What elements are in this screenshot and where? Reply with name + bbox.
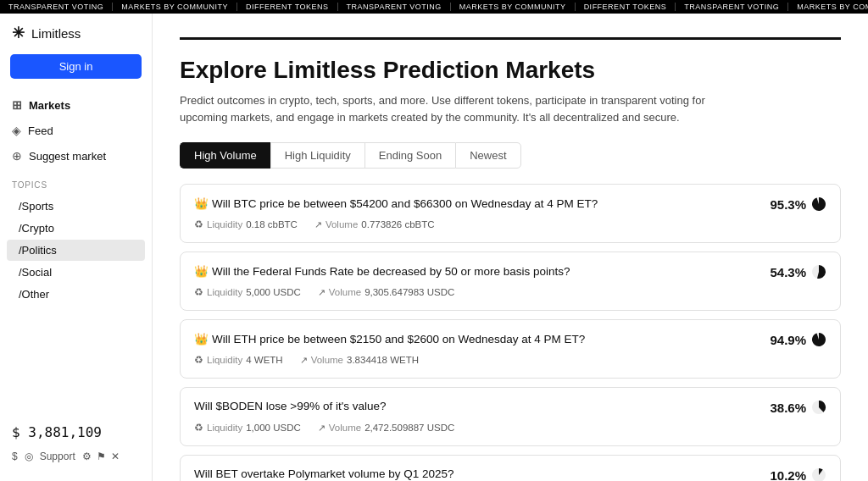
liquidity-stat: ♻ Liquidity 1,000 USDC bbox=[194, 422, 301, 434]
ticker-item: MARKETS BY COMMUNITY bbox=[451, 3, 576, 11]
sidebar-nav-item-markets[interactable]: ⊞ Markets bbox=[0, 92, 152, 118]
support-label[interactable]: Support bbox=[40, 451, 75, 462]
market-list: 👑Will BTC price be between $54200 and $6… bbox=[180, 184, 841, 481]
topics-list: /Sports/Crypto/Politics/Social/Other bbox=[0, 195, 152, 306]
ticker-item: DIFFERENT TOKENS bbox=[237, 3, 338, 11]
percent-value: 95.3% bbox=[770, 197, 806, 212]
card-header: 👑Will ETH price be between $2150 and $26… bbox=[194, 332, 826, 347]
dollar-icon: $ bbox=[12, 451, 18, 462]
sidebar: ✳ Limitless Sign in ⊞ Markets◈ Feed⊕ Sug… bbox=[0, 14, 153, 481]
card-question: 👑Will the Federal Funds Rate be decrease… bbox=[194, 264, 770, 278]
top-divider bbox=[180, 37, 841, 40]
card-stats: ♻ Liquidity 0.18 cbBTC ↗ Volume 0.773826… bbox=[194, 218, 826, 230]
ticker-item: DIFFERENT TOKENS bbox=[576, 3, 676, 11]
volume-value: 9,305.647983 USDC bbox=[364, 287, 454, 297]
main-layout: ✳ Limitless Sign in ⊞ Markets◈ Feed⊕ Sug… bbox=[0, 14, 868, 481]
logo: ✳ Limitless bbox=[0, 24, 152, 54]
volume-icon: ↗ bbox=[300, 355, 308, 366]
support-bar: $ ◎ Support ⚙ ⚑ ✕ bbox=[12, 451, 140, 462]
volume-label: Volume bbox=[329, 423, 361, 433]
pie-chart bbox=[811, 196, 826, 212]
logo-icon: ✳ bbox=[12, 24, 25, 42]
liquidity-value: 1,000 USDC bbox=[246, 423, 301, 433]
card-percent: 95.3% bbox=[770, 196, 826, 212]
page-subtitle: Predict outcomes in crypto, tech, sports… bbox=[180, 92, 705, 125]
card-stats: ♻ Liquidity 4 WETH ↗ Volume 3.834418 WET… bbox=[194, 354, 826, 366]
liquidity-stat: ♻ Liquidity 0.18 cbBTC bbox=[194, 218, 298, 230]
card-question: Will $BODEN lose >99% of it's value? bbox=[194, 400, 770, 412]
volume-icon: ↗ bbox=[314, 219, 322, 230]
ticker-item: TRANSPARENT VOTING bbox=[0, 3, 113, 11]
main-content: Explore Limitless Prediction Markets Pre… bbox=[153, 14, 868, 481]
liquidity-value: 5,000 USDC bbox=[246, 287, 301, 297]
logo-text: Limitless bbox=[31, 26, 81, 41]
close-icon[interactable]: ✕ bbox=[111, 451, 120, 462]
liquidity-value: 0.18 cbBTC bbox=[246, 219, 298, 229]
card-percent: 54.3% bbox=[770, 264, 826, 279]
percent-value: 10.2% bbox=[770, 468, 806, 482]
sidebar-nav: ⊞ Markets◈ Feed⊕ Suggest market bbox=[0, 92, 152, 169]
tab-newest[interactable]: Newest bbox=[455, 142, 520, 169]
volume-label: Volume bbox=[311, 355, 343, 365]
sign-in-button[interactable]: Sign in bbox=[10, 54, 142, 79]
tab-bar: High VolumeHigh LiquidityEnding SoonNewe… bbox=[180, 142, 841, 169]
card-question: 👑Will ETH price be between $2150 and $26… bbox=[194, 332, 770, 346]
pie-chart bbox=[811, 400, 826, 415]
liquidity-icon: ♻ bbox=[194, 354, 203, 366]
ticker-inner: TRANSPARENT VOTINGMARKETS BY COMMUNITYDI… bbox=[0, 3, 868, 11]
market-card[interactable]: Will BET overtake Polymarket volume by Q… bbox=[180, 455, 841, 481]
github-icon[interactable]: ⚑ bbox=[97, 451, 106, 462]
volume-value: 0.773826 cbBTC bbox=[361, 219, 434, 229]
liquidity-stat: ♻ Liquidity 4 WETH bbox=[194, 354, 283, 366]
ticker-item: TRANSPARENT VOTING bbox=[338, 3, 451, 11]
market-card[interactable]: 👑Will ETH price be between $2150 and $26… bbox=[180, 319, 841, 379]
card-stats: ♻ Liquidity 1,000 USDC ↗ Volume 2,472.50… bbox=[194, 422, 826, 434]
tab-ending-soon[interactable]: Ending Soon bbox=[364, 142, 455, 169]
volume-display: $ 3,881,109 bbox=[12, 424, 140, 440]
volume-label: Volume bbox=[326, 219, 358, 229]
sidebar-nav-item-feed[interactable]: ◈ Feed bbox=[0, 118, 152, 143]
volume-label: Volume bbox=[329, 287, 361, 297]
market-emoji: 👑 bbox=[194, 333, 209, 346]
topic-item-sports[interactable]: /Sports bbox=[7, 196, 145, 217]
volume-icon: ↗ bbox=[318, 423, 326, 434]
card-percent: 94.9% bbox=[770, 332, 826, 347]
nav-label: Markets bbox=[29, 99, 70, 112]
card-header: 👑Will the Federal Funds Rate be decrease… bbox=[194, 264, 826, 279]
topic-item-politics[interactable]: /Politics bbox=[7, 240, 145, 261]
liquidity-label: Liquidity bbox=[207, 219, 242, 229]
support-icons: ⚙ ⚑ ✕ bbox=[82, 451, 120, 462]
page-title: Explore Limitless Prediction Markets bbox=[180, 57, 841, 84]
liquidity-label: Liquidity bbox=[207, 355, 242, 365]
liquidity-label: Liquidity bbox=[207, 423, 242, 433]
pie-chart bbox=[811, 264, 826, 279]
market-card[interactable]: 👑Will BTC price be between $54200 and $6… bbox=[180, 184, 841, 243]
support-icon: ◎ bbox=[25, 451, 33, 462]
ticker-item: MARKETS BY COMMUNITY bbox=[113, 3, 237, 11]
tab-high-volume[interactable]: High Volume bbox=[180, 142, 270, 169]
sidebar-nav-item-suggest-market[interactable]: ⊕ Suggest market bbox=[0, 143, 152, 169]
card-stats: ♻ Liquidity 5,000 USDC ↗ Volume 9,305.64… bbox=[194, 286, 826, 298]
discord-icon[interactable]: ⚙ bbox=[82, 451, 92, 462]
pie-chart bbox=[811, 332, 826, 347]
nav-icon: ⊕ bbox=[12, 149, 22, 163]
market-card[interactable]: 👑Will the Federal Funds Rate be decrease… bbox=[180, 252, 841, 311]
liquidity-icon: ♻ bbox=[194, 218, 203, 230]
liquidity-icon: ♻ bbox=[194, 422, 203, 434]
topic-item-crypto[interactable]: /Crypto bbox=[7, 218, 145, 239]
nav-label: Suggest market bbox=[29, 150, 106, 163]
sidebar-footer: $ 3,881,109 $ ◎ Support ⚙ ⚑ ✕ bbox=[0, 416, 152, 471]
ticker-item: MARKETS BY COMMUNITY bbox=[788, 3, 868, 11]
market-card[interactable]: Will $BODEN lose >99% of it's value? 38.… bbox=[180, 387, 841, 446]
tab-high-liquidity[interactable]: High Liquidity bbox=[270, 142, 364, 169]
volume-value: 2,472.509887 USDC bbox=[364, 423, 454, 433]
nav-icon: ◈ bbox=[12, 124, 21, 137]
volume-stat: ↗ Volume 9,305.647983 USDC bbox=[318, 287, 455, 298]
market-emoji: 👑 bbox=[194, 265, 209, 278]
volume-stat: ↗ Volume 3.834418 WETH bbox=[300, 355, 419, 366]
liquidity-icon: ♻ bbox=[194, 286, 203, 298]
topic-item-social[interactable]: /Social bbox=[7, 262, 145, 283]
card-header: Will BET overtake Polymarket volume by Q… bbox=[194, 467, 826, 481]
topic-item-other[interactable]: /Other bbox=[7, 284, 145, 305]
volume-icon: ↗ bbox=[318, 287, 326, 298]
